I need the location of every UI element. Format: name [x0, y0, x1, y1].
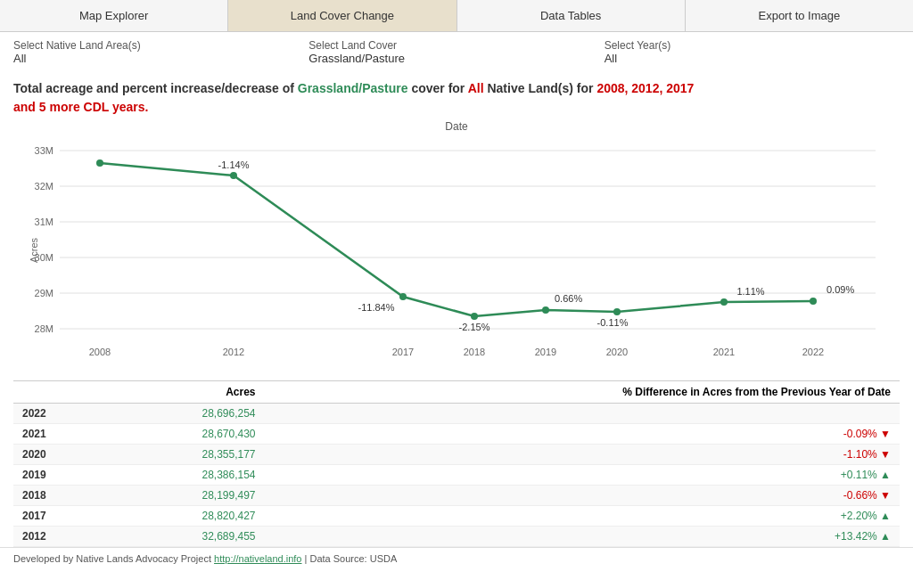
- svg-text:29M: 29M: [35, 288, 53, 298]
- svg-text:2018: 2018: [464, 347, 485, 357]
- cell-pct: +2.20% ▲: [265, 506, 900, 527]
- cell-acres: 28,355,177: [106, 445, 265, 465]
- svg-text:1.11%: 1.11%: [736, 286, 764, 297]
- table-row: 201828,199,497-0.66% ▼: [13, 486, 900, 506]
- cell-year: 2022: [13, 404, 106, 424]
- cell-pct: -0.09% ▼: [265, 424, 900, 445]
- svg-text:2012: 2012: [223, 347, 244, 357]
- cell-year: 2012: [13, 527, 106, 547]
- cell-acres: 28,199,497: [106, 486, 265, 506]
- footer-link[interactable]: http://nativeland.info: [214, 553, 301, 564]
- cell-acres: 28,696,254: [106, 404, 265, 424]
- land-cover-label: Select Land Cover: [308, 39, 604, 52]
- tab-data-tables[interactable]: Data Tables: [457, 0, 686, 31]
- table-row: 201928,386,154+0.11% ▲: [13, 465, 900, 486]
- native-land-selector[interactable]: Select Native Land Area(s) All: [13, 39, 308, 65]
- cell-acres: 28,386,154: [106, 465, 265, 486]
- cell-pct: +0.11% ▲: [265, 465, 900, 486]
- svg-point-28: [810, 298, 817, 305]
- table-row: 202128,670,430-0.09% ▼: [13, 424, 900, 445]
- cell-year: 2020: [13, 445, 106, 465]
- tab-bar: Map Explorer Land Cover Change Data Tabl…: [0, 0, 913, 32]
- svg-point-22: [230, 172, 237, 179]
- cell-pct: -0.66% ▼: [265, 486, 900, 506]
- land-cover-value: Grassland/Pasture: [308, 52, 604, 65]
- chart-svg: 33M 32M 31M 30M 29M 28M Acres 2008 2012 …: [13, 135, 900, 375]
- svg-text:2017: 2017: [392, 347, 414, 357]
- footer: Developed by Native Lands Advocacy Proje…: [0, 547, 913, 569]
- cell-acres: 28,670,430: [106, 424, 265, 445]
- table-row: 202028,355,177-1.10% ▼: [13, 445, 900, 465]
- svg-text:-0.11%: -0.11%: [597, 317, 629, 328]
- land-cover-selector[interactable]: Select Land Cover Grassland/Pasture: [308, 39, 604, 65]
- svg-text:0.09%: 0.09%: [827, 284, 854, 295]
- cell-acres: 32,689,455: [106, 527, 265, 547]
- cell-year: 2021: [13, 424, 106, 445]
- svg-text:31M: 31M: [35, 216, 53, 227]
- tab-land-cover-change[interactable]: Land Cover Change: [228, 0, 456, 31]
- svg-text:2008: 2008: [89, 347, 111, 357]
- cell-year: 2019: [13, 465, 106, 486]
- col-year-header: [13, 381, 106, 404]
- cell-year: 2017: [13, 506, 106, 527]
- svg-text:-1.14%: -1.14%: [218, 159, 250, 170]
- tab-map-explorer[interactable]: Map Explorer: [0, 0, 228, 31]
- col-pct-header: % Difference in Acres from the Previous …: [265, 381, 900, 404]
- svg-point-26: [613, 308, 621, 315]
- description-text: Total acreage and percent increase/decre…: [0, 72, 913, 120]
- native-land-value: All: [13, 52, 308, 65]
- year-label: Select Year(s): [605, 39, 900, 52]
- data-table: Acres % Difference in Acres from the Pre…: [13, 380, 900, 547]
- svg-text:2021: 2021: [713, 347, 735, 357]
- chart-container: Date 33M 32M 31M 30M 29M 28M Acres 2008 …: [0, 120, 913, 379]
- svg-text:-2.15%: -2.15%: [459, 322, 490, 332]
- chart-title: Date: [13, 120, 900, 133]
- svg-text:32M: 32M: [35, 181, 53, 192]
- svg-point-27: [720, 298, 728, 306]
- svg-text:33M: 33M: [35, 145, 53, 156]
- svg-point-23: [399, 293, 407, 300]
- cell-acres: 28,820,427: [106, 506, 265, 527]
- svg-point-21: [96, 159, 103, 167]
- col-acres-header: Acres: [106, 381, 265, 404]
- line-chart: 33M 32M 31M 30M 29M 28M Acres 2008 2012 …: [13, 135, 900, 366]
- cell-pct: +13.42% ▲: [265, 527, 900, 547]
- year-selector[interactable]: Select Year(s) All: [605, 39, 900, 65]
- table-section: Acres % Difference in Acres from the Pre…: [0, 380, 913, 547]
- svg-text:Acres: Acres: [29, 237, 39, 263]
- table-row: 201232,689,455+13.42% ▲: [13, 527, 900, 547]
- selectors-row: Select Native Land Area(s) All Select La…: [0, 32, 913, 72]
- svg-text:2019: 2019: [535, 347, 556, 357]
- svg-text:0.66%: 0.66%: [555, 293, 582, 304]
- cell-pct: [265, 404, 900, 424]
- svg-text:28M: 28M: [35, 323, 53, 334]
- year-value: All: [605, 52, 900, 65]
- table-row: 201728,820,427+2.20% ▲: [13, 506, 900, 527]
- svg-text:-11.84%: -11.84%: [358, 302, 395, 313]
- native-land-label: Select Native Land Area(s): [13, 39, 308, 52]
- svg-point-25: [542, 306, 549, 314]
- svg-text:2022: 2022: [802, 347, 824, 357]
- cell-year: 2018: [13, 486, 106, 506]
- tab-export-to-image[interactable]: Export to Image: [686, 0, 913, 31]
- svg-point-24: [471, 313, 478, 320]
- cell-pct: -1.10% ▼: [265, 445, 900, 465]
- table-row: 202228,696,254: [13, 404, 900, 424]
- svg-text:2020: 2020: [606, 347, 628, 357]
